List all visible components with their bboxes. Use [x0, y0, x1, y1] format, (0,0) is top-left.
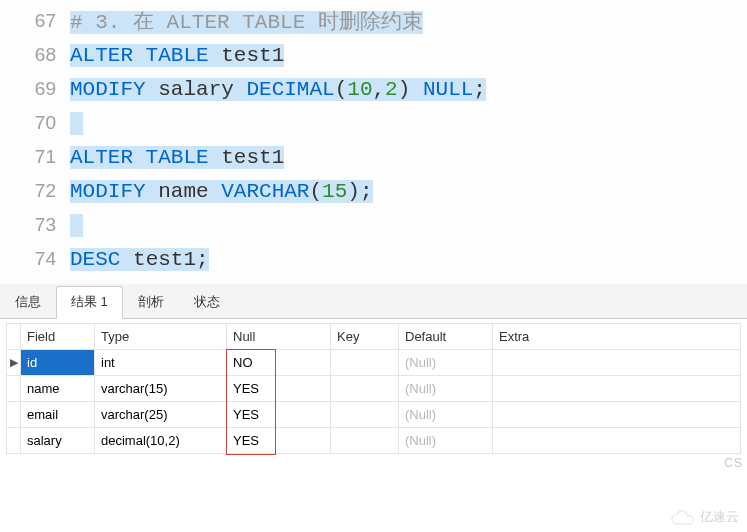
row-pointer: [7, 402, 21, 428]
cell-field[interactable]: name: [21, 376, 95, 402]
code-content[interactable]: MODIFY name VARCHAR(15);: [70, 180, 747, 203]
line-number: 68: [0, 44, 70, 66]
table-row[interactable]: emailvarchar(25)YES(Null): [7, 402, 741, 428]
code-token: test1: [209, 44, 285, 67]
code-line[interactable]: 70: [0, 106, 747, 140]
cell-extra[interactable]: [493, 402, 741, 428]
line-number: 70: [0, 112, 70, 134]
code-token: NULL: [423, 78, 473, 101]
column-header[interactable]: Extra: [493, 324, 741, 350]
cell-key[interactable]: [331, 350, 399, 376]
code-token: [70, 214, 83, 237]
cell-key[interactable]: [331, 376, 399, 402]
code-content[interactable]: DESC test1;: [70, 248, 747, 271]
code-content[interactable]: MODIFY salary DECIMAL(10,2) NULL;: [70, 78, 747, 101]
code-line[interactable]: 71ALTER TABLE test1: [0, 140, 747, 174]
line-number: 67: [0, 10, 70, 32]
column-header[interactable]: Null: [227, 324, 331, 350]
cell-field[interactable]: email: [21, 402, 95, 428]
column-header[interactable]: Default: [399, 324, 493, 350]
result-table[interactable]: FieldTypeNullKeyDefaultExtra▶idintNO(Nul…: [6, 323, 741, 454]
code-token: # 3. 在 ALTER TABLE 时删除约束: [70, 11, 423, 34]
row-pointer-header: [7, 324, 21, 350]
site-watermark: 亿速云: [670, 508, 739, 526]
code-token: DESC: [70, 248, 120, 271]
cell-extra[interactable]: [493, 428, 741, 454]
code-line[interactable]: 67# 3. 在 ALTER TABLE 时删除约束: [0, 4, 747, 38]
cell-default[interactable]: (Null): [399, 402, 493, 428]
code-token: test1: [120, 248, 196, 271]
code-content[interactable]: ALTER TABLE test1: [70, 146, 747, 169]
row-pointer: [7, 428, 21, 454]
column-header[interactable]: Field: [21, 324, 95, 350]
code-content[interactable]: [70, 214, 747, 237]
code-token: DECIMAL: [246, 78, 334, 101]
code-token: (: [309, 180, 322, 203]
code-line[interactable]: 69MODIFY salary DECIMAL(10,2) NULL;: [0, 72, 747, 106]
tab-剖析[interactable]: 剖析: [123, 286, 179, 318]
code-editor[interactable]: 67# 3. 在 ALTER TABLE 时删除约束68ALTER TABLE …: [0, 0, 747, 284]
cell-default[interactable]: (Null): [399, 376, 493, 402]
cs-watermark: CS: [724, 456, 743, 470]
code-token: 10: [347, 78, 372, 101]
cell-field[interactable]: salary: [21, 428, 95, 454]
code-token: ;: [196, 248, 209, 271]
code-content[interactable]: # 3. 在 ALTER TABLE 时删除约束: [70, 7, 747, 35]
code-token: ;: [473, 78, 486, 101]
code-line[interactable]: 72MODIFY name VARCHAR(15);: [0, 174, 747, 208]
cell-null[interactable]: YES: [227, 376, 331, 402]
cell-extra[interactable]: [493, 376, 741, 402]
code-token: salary: [146, 78, 247, 101]
result-table-wrap: FieldTypeNullKeyDefaultExtra▶idintNO(Nul…: [0, 319, 747, 458]
cell-extra[interactable]: [493, 350, 741, 376]
code-token: );: [347, 180, 372, 203]
cell-null[interactable]: YES: [227, 402, 331, 428]
cell-key[interactable]: [331, 402, 399, 428]
cell-type[interactable]: varchar(15): [95, 376, 227, 402]
cell-null[interactable]: YES: [227, 428, 331, 454]
tab-结果 1[interactable]: 结果 1: [56, 286, 123, 319]
code-content[interactable]: [70, 112, 747, 135]
table-row[interactable]: salarydecimal(10,2)YES(Null): [7, 428, 741, 454]
code-token: ALTER TABLE: [70, 44, 209, 67]
code-token: name: [146, 180, 222, 203]
line-number: 71: [0, 146, 70, 168]
code-token: 15: [322, 180, 347, 203]
watermark-text: 亿速云: [700, 508, 739, 526]
column-header[interactable]: Type: [95, 324, 227, 350]
code-token: MODIFY: [70, 78, 146, 101]
row-pointer: [7, 376, 21, 402]
code-token: 2: [385, 78, 398, 101]
table-row[interactable]: ▶idintNO(Null): [7, 350, 741, 376]
cell-null[interactable]: NO: [227, 350, 331, 376]
line-number: 73: [0, 214, 70, 236]
cell-default[interactable]: (Null): [399, 428, 493, 454]
code-token: VARCHAR: [221, 180, 309, 203]
line-number: 74: [0, 248, 70, 270]
code-line[interactable]: 68ALTER TABLE test1: [0, 38, 747, 72]
cell-type[interactable]: varchar(25): [95, 402, 227, 428]
code-content[interactable]: ALTER TABLE test1: [70, 44, 747, 67]
code-token: (: [335, 78, 348, 101]
code-token: [70, 112, 83, 135]
cell-default[interactable]: (Null): [399, 350, 493, 376]
table-row[interactable]: namevarchar(15)YES(Null): [7, 376, 741, 402]
cell-type[interactable]: int: [95, 350, 227, 376]
cell-type[interactable]: decimal(10,2): [95, 428, 227, 454]
cell-field[interactable]: id: [21, 350, 95, 376]
code-token: ,: [373, 78, 386, 101]
column-header[interactable]: Key: [331, 324, 399, 350]
code-token: ): [398, 78, 423, 101]
code-line[interactable]: 73: [0, 208, 747, 242]
tab-状态[interactable]: 状态: [179, 286, 235, 318]
tab-信息[interactable]: 信息: [0, 286, 56, 318]
line-number: 72: [0, 180, 70, 202]
cloud-icon: [670, 508, 696, 526]
line-number: 69: [0, 78, 70, 100]
cell-key[interactable]: [331, 428, 399, 454]
result-tabs: 信息结果 1剖析状态: [0, 284, 747, 319]
code-token: test1: [209, 146, 285, 169]
code-line[interactable]: 74DESC test1;: [0, 242, 747, 276]
code-token: MODIFY: [70, 180, 146, 203]
code-token: ALTER TABLE: [70, 146, 209, 169]
